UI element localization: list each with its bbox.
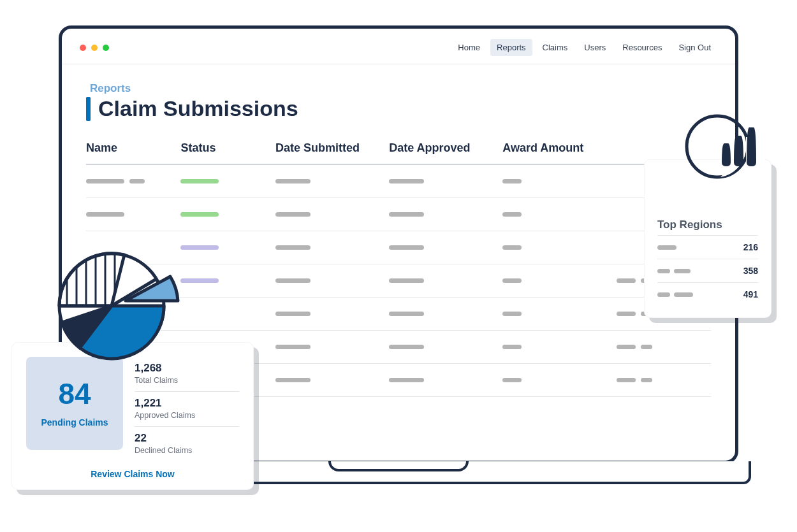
col-status: Status: [180, 141, 275, 155]
nav-resources[interactable]: Resources: [616, 39, 668, 56]
region-value: 491: [743, 289, 758, 299]
nav-home[interactable]: Home: [451, 39, 486, 56]
col-name: Name: [86, 141, 180, 155]
region-row[interactable]: 491: [657, 282, 758, 306]
pending-claims-value: 84: [58, 379, 91, 408]
region-value: 216: [743, 242, 758, 252]
nav-claims[interactable]: Claims: [536, 39, 574, 56]
stat-value: 1,221: [135, 397, 239, 410]
close-icon[interactable]: [80, 45, 86, 51]
stat-value: 22: [135, 432, 239, 445]
pie-chart-icon: [54, 242, 182, 370]
title-row: Claim Submissions: [86, 96, 711, 121]
page-title: Claim Submissions: [98, 96, 298, 121]
nav-users[interactable]: Users: [578, 39, 612, 56]
region-row[interactable]: 358: [657, 259, 758, 282]
claims-stats: 1,268 Total Claims 1,221 Approved Claims…: [135, 357, 239, 461]
col-date-approved: Date Approved: [389, 141, 502, 155]
laptop-notch: [328, 461, 469, 471]
breadcrumb: Reports: [90, 82, 711, 95]
nav-signout[interactable]: Sign Out: [672, 39, 717, 56]
minimize-icon[interactable]: [91, 45, 98, 51]
pending-claims-label: Pending Claims: [41, 417, 108, 428]
nav-reports[interactable]: Reports: [490, 39, 532, 56]
window-topbar: Home Reports Claims Users Resources Sign…: [62, 29, 735, 64]
col-award-amount: Award Amount: [502, 141, 616, 155]
review-claims-link[interactable]: Review Claims Now: [26, 469, 239, 479]
stat-declined: 22 Declined Claims: [135, 427, 239, 461]
stat-label: Declined Claims: [135, 446, 239, 455]
stat-approved: 1,221 Approved Claims: [135, 392, 239, 427]
stat-label: Total Claims: [135, 376, 239, 385]
main-nav: Home Reports Claims Users Resources Sign…: [451, 39, 717, 56]
region-row[interactable]: 216: [657, 235, 758, 259]
title-accent-bar: [86, 97, 91, 121]
region-value: 358: [743, 266, 758, 276]
col-date-submitted: Date Submitted: [275, 141, 389, 155]
table-row[interactable]: [86, 165, 711, 198]
bar-chart-icon: [682, 111, 765, 188]
pending-claims-box[interactable]: 84 Pending Claims: [26, 357, 123, 450]
table-row[interactable]: [86, 198, 711, 231]
table-header: Name Status Date Submitted Date Approved…: [86, 141, 711, 165]
maximize-icon[interactable]: [103, 45, 109, 51]
window-controls: [80, 45, 109, 51]
stat-label: Approved Claims: [135, 411, 239, 420]
top-regions-title: Top Regions: [657, 219, 758, 231]
